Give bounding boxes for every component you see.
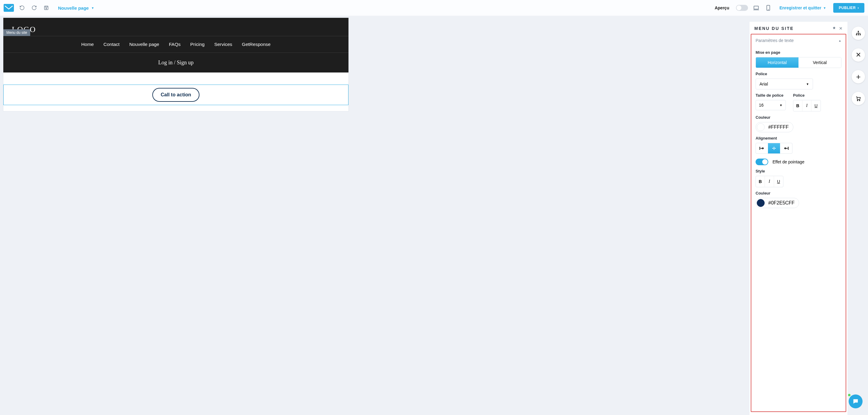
- desktop-icon[interactable]: [752, 4, 760, 12]
- top-toolbar: Nouvelle page ▼ Aperçu Enregistrer et qu…: [0, 0, 868, 16]
- preview-label: Aperçu: [715, 5, 729, 10]
- publish-label: PUBLIER: [839, 6, 856, 10]
- svg-rect-2: [754, 6, 758, 9]
- mobile-icon[interactable]: [764, 4, 772, 12]
- save-icon[interactable]: [42, 4, 50, 12]
- preview-toggle[interactable]: [736, 5, 748, 11]
- app-logo[interactable]: [4, 4, 14, 12]
- svg-point-4: [768, 9, 769, 10]
- save-exit-button[interactable]: Enregistrer et quitter ▼: [779, 5, 826, 10]
- save-exit-label: Enregistrer et quitter: [779, 5, 821, 10]
- page-dropdown-label: Nouvelle page: [58, 5, 89, 10]
- chevron-right-icon: ›: [858, 6, 859, 10]
- redo-icon[interactable]: [30, 4, 38, 12]
- chevron-down-icon: ▼: [91, 6, 94, 10]
- undo-icon[interactable]: [18, 4, 26, 12]
- svg-point-1: [46, 8, 47, 9]
- page-dropdown[interactable]: Nouvelle page ▼: [58, 5, 94, 10]
- chevron-down-icon: ▼: [823, 6, 826, 10]
- publish-button[interactable]: PUBLIER ›: [833, 3, 864, 13]
